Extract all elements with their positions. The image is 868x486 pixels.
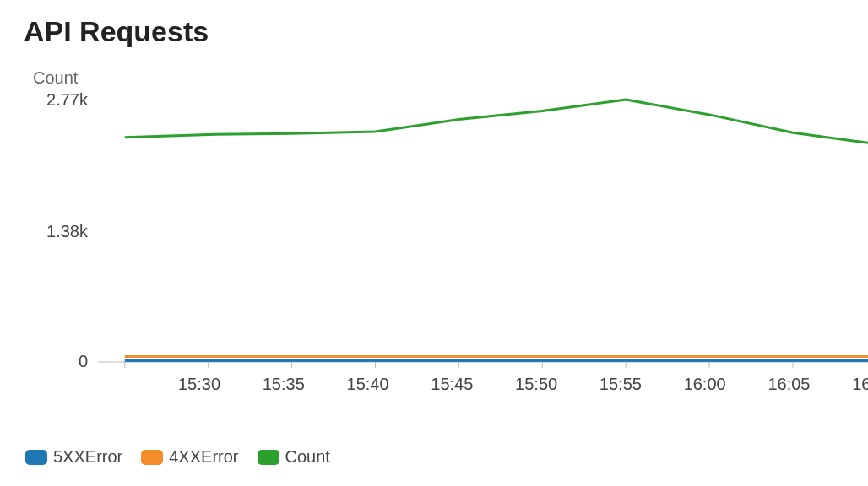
x-axis-ticks: 15:3015:3515:4015:4515:5015:5516:0016:05…: [172, 361, 868, 395]
x-tick: 15:30: [178, 375, 220, 394]
x-tick: 15:50: [515, 375, 557, 394]
legend-swatch: [258, 450, 279, 465]
legend-label: 4XXError: [169, 447, 238, 467]
legend-swatch: [141, 450, 163, 465]
legend-item-5XXError[interactable]: 5XXError: [25, 447, 122, 467]
y-axis-ticks: 01.38k2.77k: [24, 100, 98, 361]
x-tick: 16:00: [684, 375, 726, 394]
x-tick: 15:45: [431, 375, 473, 394]
plot-area: 01.38k2.77k 15:3015:3515:4015:4515:5015:…: [24, 100, 868, 403]
chart-widget: API Requests Count 01.38k2.77k 15:3015:3…: [0, 0, 868, 486]
chart-legend: 5XXError4XXErrorCount: [25, 447, 868, 467]
legend-item-Count[interactable]: Count: [258, 447, 330, 467]
chart-title: API Requests: [24, 15, 868, 48]
x-tick: 15:35: [263, 375, 305, 394]
legend-item-4XXError[interactable]: 4XXError: [141, 447, 238, 467]
x-tick: 16:05: [768, 375, 810, 394]
x-tick: 15:40: [347, 375, 389, 394]
y-axis-label: Count: [33, 68, 868, 88]
y-tick: 2.77k: [46, 90, 88, 110]
legend-swatch: [25, 450, 47, 465]
series-Count: [125, 100, 868, 144]
chart-svg: [98, 100, 868, 361]
y-tick: 1.38k: [46, 221, 88, 240]
legend-label: Count: [285, 447, 330, 467]
legend-label: 5XXError: [53, 447, 122, 467]
y-tick: 0: [79, 352, 88, 371]
x-tick: 15:55: [599, 375, 642, 394]
x-tick: 16:10: [852, 375, 868, 394]
